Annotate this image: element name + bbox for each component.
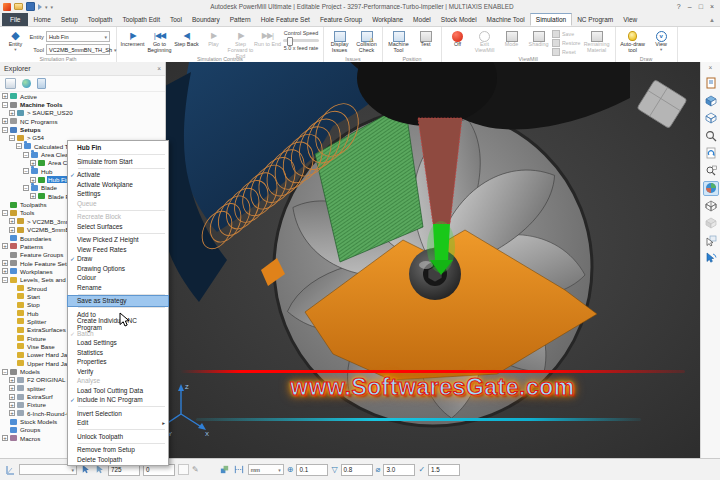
- expand-toggle-icon[interactable]: −: [23, 185, 29, 191]
- expand-toggle-icon[interactable]: +: [9, 227, 15, 233]
- tool-select[interactable]: VC2MB_5mmBN_TH_Sh▾: [46, 44, 110, 55]
- tree-item-nc-programs[interactable]: +NC Programs: [2, 117, 165, 125]
- measure-icon[interactable]: [233, 464, 245, 475]
- open-project-icon[interactable]: [14, 3, 23, 10]
- menu-item-load-tool-cutting-data[interactable]: Load Tool Cutting Data: [68, 386, 168, 396]
- close-button[interactable]: ×: [710, 3, 714, 10]
- menu-item-unlock-toolpath[interactable]: Unlock Toolpath: [68, 432, 168, 442]
- tab-file[interactable]: File: [2, 13, 28, 26]
- menu-item-include-in-nc-program[interactable]: ✓Include in NC Program: [68, 395, 168, 405]
- menu-item-simulate-from-start[interactable]: Simulate from Start: [68, 157, 168, 167]
- collapse-ribbon-icon[interactable]: ▲: [709, 17, 720, 23]
- machine-tool-position-button[interactable]: Machine Tool: [385, 28, 412, 54]
- view-draw-button[interactable]: v View ▾: [648, 28, 675, 53]
- explorer-views-icon[interactable]: [5, 78, 16, 89]
- expand-toggle-icon[interactable]: +: [30, 193, 36, 199]
- diameter-field[interactable]: 3.0: [383, 464, 415, 476]
- menu-item-batch[interactable]: ✓Batch: [68, 329, 168, 339]
- viewmill-mode-button[interactable]: Mode: [498, 28, 525, 48]
- entity-button[interactable]: ◆ Entity ▾: [2, 28, 29, 53]
- explorer-globe-icon[interactable]: [22, 79, 31, 88]
- select-cursor-icon[interactable]: [704, 234, 718, 247]
- tolerance-field[interactable]: 0.1: [296, 464, 328, 476]
- expand-toggle-icon[interactable]: +: [30, 177, 36, 183]
- rotate-cursor-icon[interactable]: [704, 252, 718, 265]
- viewmill-shading-button[interactable]: Shading: [525, 28, 552, 48]
- zoom-icon[interactable]: [704, 129, 718, 142]
- step-back-button[interactable]: ◀|Step Back: [173, 28, 200, 48]
- go-to-beginning-button[interactable]: |◀◀Go to Beginning: [146, 28, 173, 54]
- viewmill-restore-button[interactable]: Restore: [552, 39, 581, 47]
- block-icon[interactable]: [704, 94, 718, 107]
- menu-item-activate-workplane[interactable]: Activate Workplane: [68, 180, 168, 190]
- menu-item-load-settings[interactable]: Load Settings: [68, 338, 168, 348]
- menu-item-delete-toolpath[interactable]: Delete Toolpath: [68, 455, 168, 465]
- units-select[interactable]: mm▾: [248, 464, 284, 475]
- expand-toggle-icon[interactable]: −: [2, 102, 8, 108]
- shaded-view-icon[interactable]: [704, 182, 718, 195]
- viewmill-save-button[interactable]: Save: [552, 30, 581, 38]
- menu-item-view-picked-z-height[interactable]: View Picked Z Height: [68, 235, 168, 245]
- menu-item-recreate-block[interactable]: Recreate Block: [68, 212, 168, 222]
- menu-item-edit[interactable]: Edit▸: [68, 418, 168, 428]
- menu-item-rename[interactable]: Rename: [68, 283, 168, 293]
- display-issues-button[interactable]: Display Issues: [326, 28, 353, 54]
- run-to-end-button[interactable]: ▶▶|Run to End: [254, 28, 281, 48]
- viewmill-reset-button[interactable]: Reset: [552, 48, 581, 56]
- help-button[interactable]: ?: [677, 3, 681, 10]
- tree-item-active[interactable]: +Active: [2, 92, 165, 100]
- auto-draw-tool-button[interactable]: Auto-draw tool: [618, 28, 648, 54]
- expand-toggle-icon[interactable]: −: [23, 152, 29, 158]
- menu-item-remove-from-setup[interactable]: Remove from Setup: [68, 445, 168, 455]
- refresh-view-icon[interactable]: [704, 147, 718, 160]
- remaining-material-button[interactable]: Remaining Material: [581, 28, 613, 54]
- expand-toggle-icon[interactable]: −: [23, 168, 29, 174]
- expand-toggle-icon[interactable]: +: [9, 402, 15, 408]
- expand-toggle-icon[interactable]: +: [2, 435, 8, 441]
- tab-toolpath-edit[interactable]: Toolpath Edit: [117, 13, 165, 26]
- menu-item-verify[interactable]: Verify: [68, 367, 168, 377]
- expand-toggle-icon[interactable]: −: [2, 277, 8, 283]
- maximize-button[interactable]: □: [699, 3, 703, 10]
- explorer-close-icon[interactable]: ×: [157, 65, 161, 72]
- expand-toggle-icon[interactable]: +: [30, 160, 36, 166]
- expand-toggle-icon[interactable]: +: [2, 268, 8, 274]
- tree-item-machine-tools[interactable]: −Machine Tools: [2, 100, 165, 108]
- tab-feature-group[interactable]: Feature Group: [315, 13, 367, 26]
- menu-item-settings[interactable]: Settings: [68, 189, 168, 199]
- tab-pattern[interactable]: Pattern: [225, 13, 256, 26]
- expand-toggle-icon[interactable]: +: [9, 377, 15, 383]
- tab-hole-feature-set[interactable]: Hole Feature Set: [256, 13, 315, 26]
- menu-item-invert-selection[interactable]: Invert Selection: [68, 409, 168, 419]
- view-toolbar-close-icon[interactable]: ×: [709, 64, 713, 72]
- tab-setup[interactable]: Setup: [56, 13, 83, 26]
- thickness-field[interactable]: 0.8: [341, 464, 373, 476]
- minimize-button[interactable]: –: [688, 3, 692, 10]
- viewmill-off-button[interactable]: Off: [444, 28, 471, 48]
- menu-item-draw[interactable]: ✓Draw: [68, 254, 168, 264]
- play-button[interactable]: ▶Play: [200, 28, 227, 48]
- expand-toggle-icon[interactable]: +: [9, 110, 15, 116]
- zoom-box-icon[interactable]: [704, 164, 718, 177]
- expand-toggle-icon[interactable]: −: [2, 369, 8, 375]
- expand-toggle-icon[interactable]: +: [9, 218, 15, 224]
- expand-toggle-icon[interactable]: +: [2, 118, 8, 124]
- save-project-icon[interactable]: [26, 2, 35, 11]
- sketch-icon[interactable]: [38, 4, 42, 10]
- menu-item-view-feed-rates[interactable]: View Feed Rates: [68, 245, 168, 255]
- expand-toggle-icon[interactable]: +: [9, 410, 15, 416]
- menu-item-statistics[interactable]: Statistics: [68, 348, 168, 358]
- collision-check-button[interactable]: Collision Check: [353, 28, 380, 54]
- tab-workplane[interactable]: Workplane: [367, 13, 408, 26]
- tab-tool[interactable]: Tool: [165, 13, 187, 26]
- expand-toggle-icon[interactable]: −: [9, 135, 15, 141]
- menu-item-activate[interactable]: ✓Activate: [68, 170, 168, 180]
- toolbar-options-icon[interactable]: [704, 77, 718, 90]
- expand-toggle-icon[interactable]: −: [16, 143, 22, 149]
- tab-home[interactable]: Home: [28, 13, 55, 26]
- menu-item-select-surfaces[interactable]: Select Surfaces: [68, 222, 168, 232]
- hidden-wireframe-icon[interactable]: [704, 217, 718, 230]
- workplane-box-icon[interactable]: [704, 112, 718, 125]
- expand-toggle-icon[interactable]: +: [2, 93, 8, 99]
- menu-item-drawing-options[interactable]: Drawing Options: [68, 264, 168, 274]
